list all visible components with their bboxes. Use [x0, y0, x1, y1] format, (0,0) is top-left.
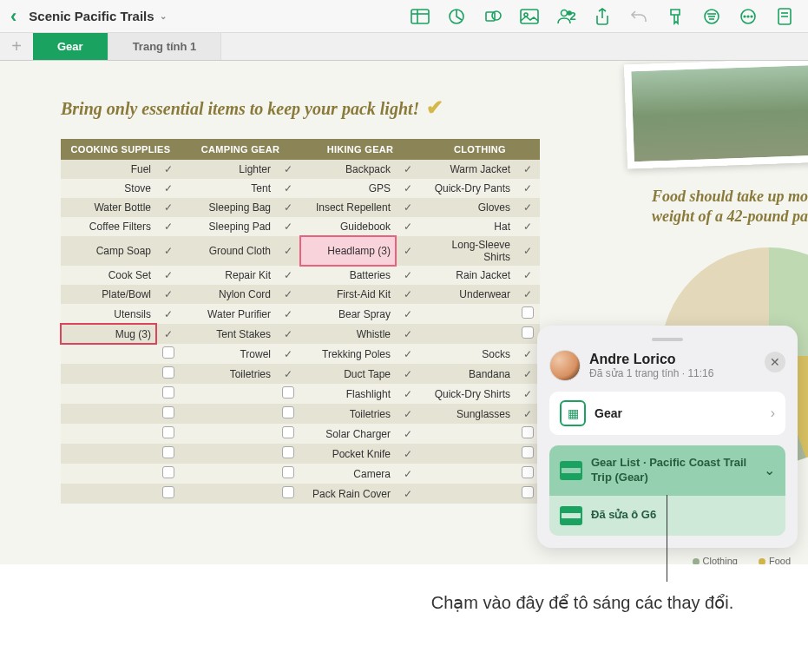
item-cell[interactable]: Water Purifier: [181, 304, 276, 324]
item-cell[interactable]: Bandana: [420, 364, 516, 384]
checkbox-cell[interactable]: ✓: [156, 217, 181, 236]
item-cell[interactable]: Flashlight: [300, 384, 396, 404]
checkbox-cell[interactable]: [276, 404, 300, 424]
item-cell[interactable]: Sleeping Bag: [181, 198, 276, 217]
sheet-tab-gear[interactable]: Gear: [33, 33, 108, 60]
checkbox-cell[interactable]: ✓: [396, 217, 420, 236]
item-cell[interactable]: Sunglasses: [420, 404, 516, 424]
checkbox-cell[interactable]: ✓: [156, 198, 181, 217]
item-cell[interactable]: Mug (3): [61, 324, 156, 344]
checkbox-cell[interactable]: ✓: [396, 464, 420, 484]
item-cell[interactable]: Toiletries: [300, 404, 396, 424]
item-cell[interactable]: [61, 464, 156, 484]
item-cell[interactable]: Coffee Filters: [61, 217, 156, 236]
format-brush-icon[interactable]: [659, 3, 692, 30]
item-cell[interactable]: [61, 344, 156, 364]
item-cell[interactable]: Insect Repellent: [300, 198, 396, 217]
checkbox-cell[interactable]: ✓: [156, 324, 181, 344]
item-cell[interactable]: Ground Cloth: [181, 236, 276, 266]
item-cell[interactable]: Gloves: [420, 198, 516, 217]
item-cell[interactable]: Lighter: [181, 160, 276, 179]
checkbox-cell[interactable]: [276, 384, 300, 404]
checkbox-cell[interactable]: ✓: [396, 364, 420, 384]
checkbox-cell[interactable]: ✓: [396, 324, 420, 344]
checkbox-cell[interactable]: [276, 484, 300, 504]
checkbox-cell[interactable]: ✓: [516, 160, 540, 179]
item-cell[interactable]: Nylon Cord: [181, 285, 276, 304]
checkbox-cell[interactable]: [156, 424, 181, 444]
checkbox-cell[interactable]: ✓: [396, 179, 420, 198]
item-cell[interactable]: [181, 444, 276, 464]
checkbox-cell[interactable]: ✓: [156, 304, 181, 324]
item-cell[interactable]: Trekking Poles: [300, 344, 396, 364]
item-cell[interactable]: Bear Spray: [300, 304, 396, 324]
checkbox-cell[interactable]: [156, 364, 181, 384]
activity-sheet-link[interactable]: ▦ Gear ›: [549, 392, 785, 435]
item-cell[interactable]: Warm Jacket: [420, 160, 516, 179]
item-cell[interactable]: Whistle: [300, 324, 396, 344]
item-cell[interactable]: [61, 384, 156, 404]
item-cell[interactable]: Tent: [181, 179, 276, 198]
gear-table[interactable]: COOKING SUPPLIESCAMPING GEARHIKING GEARC…: [61, 139, 540, 504]
checkbox-cell[interactable]: [276, 444, 300, 464]
activity-table-row[interactable]: Gear List · Pacific Coast Trail Trip (Ge…: [549, 445, 785, 496]
undo-icon[interactable]: [622, 3, 655, 30]
activity-change-row[interactable]: Đã sửa ô G6: [549, 496, 785, 536]
checkbox-cell[interactable]: ✓: [516, 384, 540, 404]
item-cell[interactable]: Fuel: [61, 160, 156, 179]
item-cell[interactable]: Camera: [300, 464, 396, 484]
checkbox-cell[interactable]: ✓: [516, 285, 540, 304]
checkbox-cell[interactable]: ✓: [276, 236, 300, 266]
item-cell[interactable]: Underwear: [420, 285, 516, 304]
document-title[interactable]: Scenic Pacific Trails ⌄: [23, 9, 171, 23]
item-cell[interactable]: [181, 424, 276, 444]
back-icon[interactable]: ‹: [7, 5, 20, 28]
more-icon[interactable]: [732, 3, 765, 30]
table-icon[interactable]: [404, 3, 437, 30]
item-cell[interactable]: [420, 424, 516, 444]
item-cell[interactable]: Hat: [420, 217, 516, 236]
item-cell[interactable]: Batteries: [300, 266, 396, 285]
checkbox-cell[interactable]: ✓: [276, 285, 300, 304]
checkbox-cell[interactable]: ✓: [396, 384, 420, 404]
item-cell[interactable]: Socks: [420, 344, 516, 364]
checkbox-cell[interactable]: ✓: [396, 304, 420, 324]
checkbox-cell[interactable]: [156, 344, 181, 364]
item-cell[interactable]: Repair Kit: [181, 266, 276, 285]
checkbox-cell[interactable]: ✓: [156, 179, 181, 198]
checkbox-cell[interactable]: ✓: [516, 404, 540, 424]
checkbox-cell[interactable]: [276, 424, 300, 444]
checkbox-cell[interactable]: ✓: [156, 266, 181, 285]
checkbox-cell[interactable]: ✓: [396, 236, 420, 266]
checkbox-cell[interactable]: [156, 444, 181, 464]
checkbox-cell[interactable]: ✓: [396, 424, 420, 444]
checkbox-cell[interactable]: ✓: [276, 198, 300, 217]
checkbox-cell[interactable]: ✓: [276, 160, 300, 179]
item-cell[interactable]: [420, 464, 516, 484]
checkbox-cell[interactable]: ✓: [516, 344, 540, 364]
item-cell[interactable]: Backpack: [300, 160, 396, 179]
media-icon[interactable]: [513, 3, 546, 30]
item-cell[interactable]: Rain Jacket: [420, 266, 516, 285]
item-cell[interactable]: Long-Sleeve Shirts: [420, 236, 516, 266]
chart-icon[interactable]: [440, 3, 473, 30]
item-cell[interactable]: Camp Soap: [61, 236, 156, 266]
checkbox-cell[interactable]: ✓: [396, 160, 420, 179]
item-cell[interactable]: [420, 304, 516, 324]
item-cell[interactable]: Trowel: [181, 344, 276, 364]
item-cell[interactable]: Solar Charger: [300, 424, 396, 444]
item-cell[interactable]: [61, 364, 156, 384]
checkbox-cell[interactable]: ✓: [516, 364, 540, 384]
checkbox-cell[interactable]: ✓: [396, 444, 420, 464]
checkbox-cell[interactable]: [156, 484, 181, 504]
spreadsheet-canvas[interactable]: Bring only essential items to keep your …: [0, 61, 808, 564]
item-cell[interactable]: Tent Stakes: [181, 324, 276, 344]
column-header[interactable]: CLOTHING: [420, 139, 540, 160]
checkbox-cell[interactable]: ✓: [156, 160, 181, 179]
checkbox-cell[interactable]: [156, 464, 181, 484]
checkbox-cell[interactable]: [516, 424, 540, 444]
column-header[interactable]: CAMPING GEAR: [181, 139, 300, 160]
checkbox-cell[interactable]: ✓: [276, 179, 300, 198]
item-cell[interactable]: [181, 384, 276, 404]
filter-icon[interactable]: [695, 3, 728, 30]
